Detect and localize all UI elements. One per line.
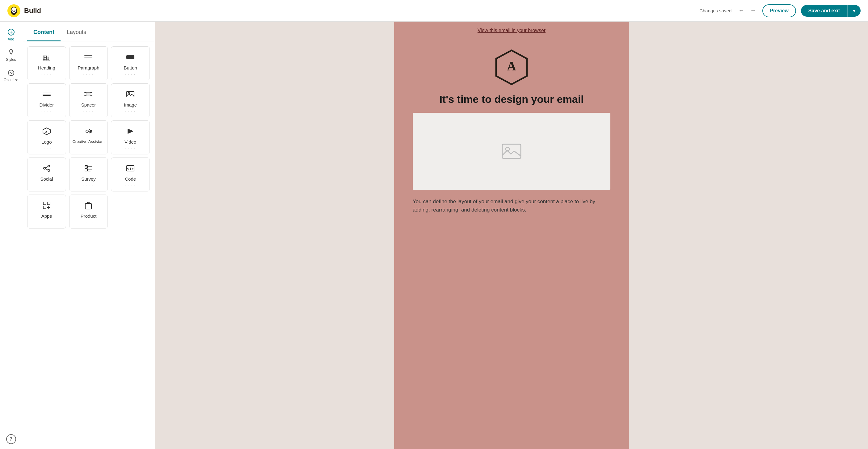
content-item-logo[interactable]: A Logo · · · · <box>27 121 66 154</box>
tab-content[interactable]: Content <box>27 24 61 41</box>
svg-text:A: A <box>507 59 517 73</box>
sidebar-item-optimize-label: Optimize <box>4 78 18 82</box>
canvas-area: View this email in your browser A It's t… <box>155 22 868 449</box>
survey-label: Survey <box>81 176 96 182</box>
content-grid: Hi Heading · · · · Paragraph · · · <box>22 41 155 233</box>
heading-icon: Hi <box>41 52 52 63</box>
app-header: Build Changes saved ← → Preview Save and… <box>0 0 868 22</box>
content-item-image[interactable]: Image · · · · <box>111 84 150 117</box>
svg-rect-48 <box>85 203 91 209</box>
sidebar-item-optimize[interactable]: Optimize <box>1 66 21 85</box>
undo-redo-group: ← → <box>736 6 757 16</box>
content-item-creative-assistant[interactable]: Creative Assistant · · · · <box>69 121 108 154</box>
help-button[interactable]: ? <box>6 434 16 444</box>
divider-icon <box>41 89 52 100</box>
svg-rect-51 <box>502 144 521 158</box>
product-label: Product <box>81 213 97 219</box>
svg-rect-45 <box>43 206 46 209</box>
content-item-social[interactable]: Social · · · · <box>27 158 66 191</box>
email-view-link-container: View this email in your browser <box>394 22 629 39</box>
redo-button[interactable]: → <box>748 6 757 16</box>
apps-icon <box>41 200 52 211</box>
sidebar-bottom: ? <box>6 434 16 444</box>
svg-rect-15 <box>127 55 134 59</box>
logo-label: Logo <box>41 139 52 145</box>
code-icon <box>125 163 136 174</box>
svg-text:A: A <box>45 130 48 133</box>
svg-text:Hi: Hi <box>43 55 49 61</box>
content-panel: Content Layouts Hi Heading · · · · <box>22 22 155 449</box>
tab-layouts[interactable]: Layouts <box>61 24 92 41</box>
content-item-button[interactable]: Button · · · · <box>111 46 150 80</box>
svg-point-33 <box>48 169 50 171</box>
header-left: Build <box>7 4 41 17</box>
content-item-product[interactable]: Product · · · · <box>69 195 108 228</box>
paragraph-icon <box>83 52 94 63</box>
preview-button[interactable]: Preview <box>762 4 796 17</box>
paragraph-label: Paragraph <box>78 65 99 70</box>
sidebar-item-styles[interactable]: Styles <box>1 46 21 65</box>
app-title: Build <box>24 7 41 15</box>
svg-point-32 <box>43 167 45 169</box>
sidebar-item-add[interactable]: Add <box>1 25 21 44</box>
svg-point-4 <box>14 9 16 10</box>
social-label: Social <box>40 176 53 182</box>
changes-saved-status: Changes saved <box>699 8 732 13</box>
save-exit-chevron-button[interactable]: ▼ <box>847 5 861 17</box>
svg-line-34 <box>45 167 48 168</box>
email-canvas: View this email in your browser A It's t… <box>394 22 629 449</box>
image-icon <box>125 89 136 100</box>
optimize-icon <box>7 69 15 76</box>
email-body-text: You can define the layout of your email … <box>413 197 610 214</box>
svg-rect-43 <box>43 202 46 205</box>
add-icon <box>7 28 15 36</box>
content-item-apps[interactable]: Apps · · · · <box>27 195 66 228</box>
email-hexagon-logo: A <box>493 49 530 86</box>
svg-rect-22 <box>127 91 134 97</box>
icon-sidebar: Add Styles Optimize ? <box>0 22 22 449</box>
image-label: Image <box>124 102 137 107</box>
spacer-label: Spacer <box>81 102 96 107</box>
divider-label: Divider <box>39 102 54 107</box>
video-label: Video <box>124 139 136 145</box>
button-icon <box>125 52 136 63</box>
content-item-video[interactable]: Video · · · · <box>111 121 150 154</box>
content-item-code[interactable]: Code · · · · <box>111 158 150 191</box>
undo-button[interactable]: ← <box>736 6 746 16</box>
spacer-icon <box>83 89 94 100</box>
content-item-divider[interactable]: Divider · · · · <box>27 84 66 117</box>
heading-label: Heading <box>38 65 55 70</box>
header-right: Changes saved ← → Preview Save and exit … <box>699 4 861 17</box>
creative-assistant-label: Creative Assistant <box>72 139 104 144</box>
email-headline: It's time to design your email <box>439 93 584 105</box>
svg-point-3 <box>12 9 13 10</box>
svg-point-8 <box>10 51 11 52</box>
svg-line-42 <box>130 167 131 170</box>
email-body: A It's time to design your email You can… <box>394 39 629 226</box>
svg-point-2 <box>11 7 17 13</box>
svg-point-26 <box>86 130 88 132</box>
svg-rect-37 <box>85 169 87 171</box>
apps-label: Apps <box>41 213 52 219</box>
content-item-survey[interactable]: Survey · · · · <box>69 158 108 191</box>
main-layout: Add Styles Optimize ? Content Layouts <box>0 22 868 449</box>
view-email-link[interactable]: View this email in your browser <box>477 28 546 33</box>
svg-rect-21 <box>87 93 90 96</box>
social-icon <box>41 163 52 174</box>
creative-assistant-icon <box>83 126 94 137</box>
content-item-spacer[interactable]: Spacer · · · · <box>69 84 108 117</box>
content-item-paragraph[interactable]: Paragraph · · · · <box>69 46 108 80</box>
sidebar-item-add-label: Add <box>8 37 14 41</box>
code-label: Code <box>125 176 136 182</box>
product-icon <box>83 200 94 211</box>
mailchimp-logo <box>7 4 21 17</box>
video-icon <box>125 126 136 137</box>
svg-marker-30 <box>128 129 133 133</box>
logo-icon: A <box>41 126 52 137</box>
panel-tabs: Content Layouts <box>22 24 155 41</box>
survey-icon <box>83 163 94 174</box>
content-item-heading[interactable]: Hi Heading · · · · <box>27 46 66 80</box>
save-exit-button[interactable]: Save and exit <box>801 5 847 17</box>
svg-line-35 <box>45 169 48 170</box>
email-image-placeholder <box>413 113 610 190</box>
